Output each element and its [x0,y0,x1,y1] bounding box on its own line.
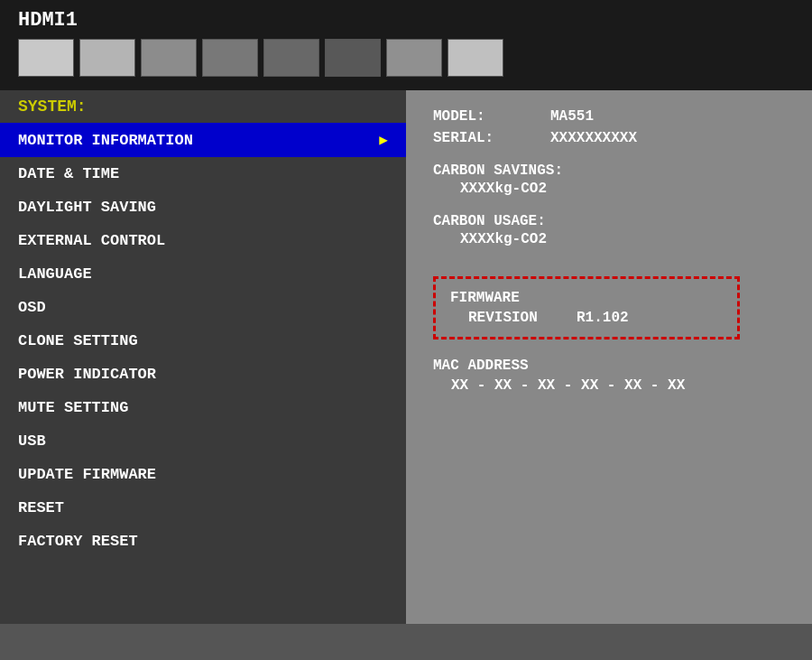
model-label: MODEL: [433,108,550,125]
left-panel: SYSTEM: MONITOR INFORMATION ▶ DATE & TIM… [0,90,406,624]
serial-label: SERIAL: [433,130,550,146]
menu-item-label: POWER INDICATOR [18,366,156,383]
menu-item-label: UPDATE FIRMWARE [18,466,156,483]
menu-item-label: FACTORY RESET [18,533,138,550]
menu-item-clone-setting[interactable]: CLONE SETTING [0,324,406,358]
menu-item-mute-setting[interactable]: MUTE SETTING [0,391,406,424]
model-row: MODEL: MA551 [433,108,785,125]
swatch-1 [18,39,74,77]
menu-item-label: OSD [18,299,46,316]
main-content: SYSTEM: MONITOR INFORMATION ▶ DATE & TIM… [0,90,812,624]
menu-item-factory-reset[interactable]: FACTORY RESET [0,525,406,558]
carbon-usage-value: XXXXkg-CO2 [433,231,785,247]
menu-item-label: RESET [18,499,64,516]
menu-item-update-firmware[interactable]: UPDATE FIRMWARE [0,458,406,491]
carbon-usage-label: CARBON USAGE: [433,213,785,229]
color-swatches [18,39,794,77]
bottom-bar [0,624,812,660]
firmware-label: FIRMWARE [450,290,723,306]
menu-item-label: LANGUAGE [18,265,92,283]
swatch-4 [202,39,258,77]
mac-value: XX - XX - XX - XX - XX - XX [433,377,785,394]
carbon-usage-block: CARBON USAGE: XXXXkg-CO2 [433,213,785,247]
mac-label: MAC ADDRESS [433,358,785,374]
mac-block: MAC ADDRESS XX - XX - XX - XX - XX - XX [433,358,785,394]
swatch-3 [141,39,197,77]
swatch-5 [263,39,319,77]
menu-item-label: CLONE SETTING [18,332,138,349]
model-value: MA551 [550,108,594,125]
carbon-savings-label: CARBON SAVINGS: [433,163,785,179]
arrow-right-icon: ▶ [379,131,388,149]
carbon-savings-value: XXXXkg-CO2 [433,181,785,197]
firmware-box: FIRMWARE REVISION R1.102 [433,276,740,339]
menu-item-label: DATE & TIME [18,165,119,182]
model-info-block: MODEL: MA551 SERIAL: XXXXXXXXXX [433,108,785,146]
menu-item-usb[interactable]: USB [0,424,406,458]
serial-value: XXXXXXXXXX [550,130,637,146]
swatch-6 [325,39,381,77]
swatch-7 [386,39,442,77]
carbon-savings-block: CARBON SAVINGS: XXXXkg-CO2 [433,163,785,197]
menu-item-label: MONITOR INFORMATION [18,132,193,149]
header-title: HDMI1 [18,9,794,32]
menu-item-label: MUTE SETTING [18,399,128,416]
right-panel: MODEL: MA551 SERIAL: XXXXXXXXXX CARBON S… [406,90,812,624]
swatch-2 [79,39,135,77]
menu-item-date-time[interactable]: DATE & TIME [0,157,406,191]
swatch-8 [448,39,503,77]
header: HDMI1 [0,0,812,90]
menu-item-power-indicator[interactable]: POWER INDICATOR [0,358,406,391]
firmware-revision-row: REVISION R1.102 [450,310,723,326]
menu-item-osd[interactable]: OSD [0,291,406,324]
menu-item-daylight-saving[interactable]: DAYLIGHT SAVING [0,191,406,224]
menu-item-monitor-information[interactable]: MONITOR INFORMATION ▶ [0,123,406,157]
revision-label: REVISION [468,310,577,326]
menu-item-label: DAYLIGHT SAVING [18,199,156,216]
menu-item-language[interactable]: LANGUAGE [0,257,406,291]
serial-row: SERIAL: XXXXXXXXXX [433,130,785,146]
menu-item-label: USB [18,432,46,450]
system-label: SYSTEM: [0,90,406,123]
revision-value: R1.102 [577,310,629,326]
menu-item-external-control[interactable]: EXTERNAL CONTROL [0,224,406,257]
menu-item-label: EXTERNAL CONTROL [18,232,165,249]
menu-item-reset[interactable]: RESET [0,491,406,525]
screen: HDMI1 SYSTEM: MONITOR INFORMATION ▶ DATE… [0,0,812,660]
